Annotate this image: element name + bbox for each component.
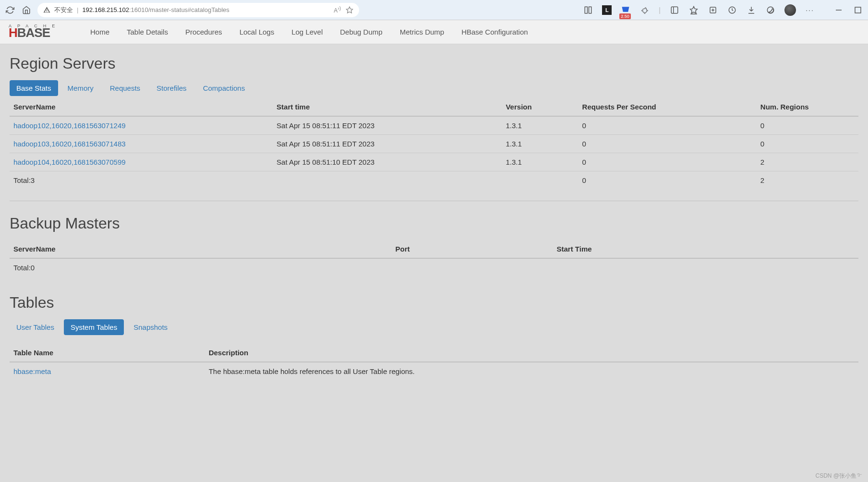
collections-icon[interactable] [583, 5, 593, 15]
divider [10, 201, 858, 201]
sidebar-icon[interactable] [669, 5, 680, 15]
tab-base-stats[interactable]: Base Stats [10, 80, 58, 96]
nav-procedures[interactable]: Procedures [178, 21, 230, 43]
region-servers-heading: Region Servers [10, 55, 858, 72]
maximize-icon[interactable] [853, 5, 863, 15]
cell-start: Sat Apr 15 08:51:11 EDT 2023 [273, 116, 502, 135]
cell-regions: 2 [757, 153, 858, 171]
total-label: Total:3 [10, 171, 273, 190]
tables-heading: Tables [10, 294, 858, 312]
table-row: hbase:meta The hbase:meta table holds re… [10, 362, 858, 380]
cell-rps: 0 [579, 116, 757, 135]
col-servername: ServerName [10, 240, 392, 258]
nav-log-level[interactable]: Log Level [284, 21, 330, 43]
read-aloud-icon[interactable]: A›) [334, 6, 341, 14]
table-link[interactable]: hbase:meta [13, 367, 51, 375]
nav-hbase-configuration[interactable]: HBase Configuration [454, 21, 535, 43]
col-port: Port [392, 240, 553, 258]
separator: | [77, 6, 78, 13]
minimize-icon[interactable] [833, 5, 844, 15]
url-text: 192.168.215.102:16010/master-status#cata… [82, 6, 330, 13]
tables-table: Table Name Description hbase:meta The hb… [10, 344, 858, 380]
ie-mode-icon[interactable] [765, 5, 776, 15]
extensions-icon[interactable] [639, 5, 650, 15]
cell-rps: 0 [579, 135, 757, 153]
favorite-icon[interactable] [346, 6, 353, 14]
server-link[interactable]: hadoop103,16020,1681563071483 [13, 140, 126, 148]
nav-local-logs[interactable]: Local Logs [232, 21, 282, 43]
nav-items: Home Table Details Procedures Local Logs… [83, 21, 536, 43]
cell-regions: 0 [757, 135, 858, 153]
cell-version: 1.3.1 [502, 153, 578, 171]
home-icon[interactable] [21, 5, 32, 15]
cell-description: The hbase:meta table holds references to… [205, 362, 858, 380]
history-icon[interactable] [727, 5, 737, 15]
nav-home[interactable]: Home [83, 21, 117, 43]
tab-storefiles[interactable]: Storefiles [150, 80, 193, 96]
cell-start: Sat Apr 15 08:51:11 EDT 2023 [273, 135, 502, 153]
tables-tabs: User Tables System Tables Snapshots [10, 319, 858, 335]
svg-marker-0 [346, 7, 352, 13]
col-table-name: Table Name [10, 344, 205, 362]
svg-rect-13 [855, 7, 861, 13]
col-servername: ServerName [10, 98, 273, 116]
total-regions: 2 [757, 171, 858, 190]
app-navbar: APACHE HBASE Home Table Details Procedur… [0, 20, 868, 44]
region-servers-tabs: Base Stats Memory Requests Storefiles Co… [10, 80, 858, 96]
svg-point-11 [767, 7, 774, 13]
col-version: Version [502, 98, 578, 116]
shopping-badge: 2.50 [619, 13, 631, 19]
browser-toolbar: 不安全 | 192.168.215.102:16010/master-statu… [0, 0, 868, 20]
cell-regions: 0 [757, 116, 858, 135]
svg-rect-3 [671, 7, 678, 13]
total-row: Total:0 [10, 258, 858, 277]
favorites-bar-icon[interactable] [688, 5, 699, 15]
tab-requests[interactable]: Requests [103, 80, 147, 96]
downloads-icon[interactable] [746, 5, 757, 15]
tab-user-tables[interactable]: User Tables [10, 319, 61, 335]
tab-snapshots[interactable]: Snapshots [127, 319, 174, 335]
refresh-icon[interactable] [5, 5, 15, 15]
total-rps: 0 [579, 171, 757, 190]
cell-rps: 0 [579, 153, 757, 171]
insecure-warning-icon [43, 6, 50, 13]
more-icon[interactable]: ··· [805, 5, 815, 15]
region-servers-table: ServerName Start time Version Requests P… [10, 98, 858, 189]
profile-avatar[interactable] [784, 4, 796, 16]
col-regions: Num. Regions [757, 98, 858, 116]
col-start-time: Start time [273, 98, 502, 116]
cell-start: Sat Apr 15 08:51:10 EDT 2023 [273, 153, 502, 171]
separator: | [659, 6, 661, 14]
shopping-icon[interactable]: 2.50 [620, 5, 631, 15]
nav-debug-dump[interactable]: Debug Dump [332, 21, 390, 43]
tab-memory[interactable]: Memory [61, 80, 100, 96]
insecure-label: 不安全 [54, 6, 73, 14]
backup-masters-table: ServerName Port Start Time Total:0 [10, 240, 858, 277]
svg-rect-1 [585, 7, 588, 13]
address-bar[interactable]: 不安全 | 192.168.215.102:16010/master-statu… [37, 3, 359, 17]
collections-2-icon[interactable] [708, 5, 718, 15]
tab-compactions[interactable]: Compactions [196, 80, 252, 96]
total-row: Total:3 0 2 [10, 171, 858, 190]
server-link[interactable]: hadoop102,16020,1681563071249 [13, 121, 126, 130]
table-row: hadoop102,16020,1681563071249 Sat Apr 15… [10, 116, 858, 135]
nav-table-details[interactable]: Table Details [119, 21, 176, 43]
extension-l-icon[interactable]: L [602, 5, 612, 15]
col-description: Description [205, 344, 858, 362]
col-start-time: Start Time [553, 240, 859, 258]
backup-masters-heading: Backup Masters [10, 215, 858, 232]
hbase-logo[interactable]: APACHE HBASE [5, 24, 77, 40]
tab-system-tables[interactable]: System Tables [64, 319, 124, 335]
table-row: hadoop103,16020,1681563071483 Sat Apr 15… [10, 135, 858, 153]
col-rps: Requests Per Second [579, 98, 757, 116]
nav-metrics-dump[interactable]: Metrics Dump [392, 21, 452, 43]
svg-marker-5 [690, 6, 698, 13]
server-link[interactable]: hadoop104,16020,1681563070599 [13, 158, 126, 166]
cell-version: 1.3.1 [502, 116, 578, 135]
table-row: hadoop104,16020,1681563070599 Sat Apr 15… [10, 153, 858, 171]
svg-rect-2 [589, 7, 591, 13]
total-label: Total:0 [10, 258, 392, 277]
cell-version: 1.3.1 [502, 135, 578, 153]
